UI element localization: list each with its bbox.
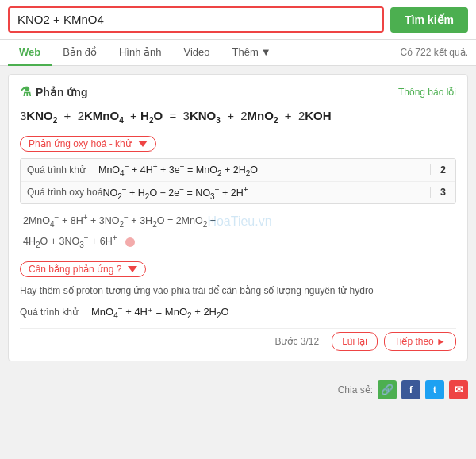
- balance-hint: Hãy thêm số proton tương ứng vào phía tr…: [20, 284, 456, 298]
- tab-more[interactable]: Thêm ▼: [221, 40, 282, 66]
- half-reaction-eq-1: MnO4− + 4H+ + 3e− = MnO2 + 2H2O: [98, 162, 430, 178]
- card-title: ⚗ Phản ứng: [20, 84, 87, 99]
- balance-step-label: Quá trình khử: [20, 307, 91, 318]
- report-link[interactable]: Thông báo lỗi: [398, 87, 456, 98]
- half-reaction-label-2: Quá trình oxy hoá: [27, 187, 102, 198]
- reaction-card: ⚗ Phản ứng Thông báo lỗi 3KNO2 + 2KMnO4 …: [8, 74, 468, 361]
- result-count: Có 722 kết quả.: [401, 47, 468, 58]
- combined-reaction: HoaTieu.vn 2MnO4− + 8H+ + 3NO2− + 3H2O =…: [23, 210, 456, 251]
- main-equation: 3KNO2 + 2KMnO4 + H2O = 3KNO3 + 2MnO2 + 2…: [20, 106, 456, 128]
- share-link-icon[interactable]: 🔗: [378, 380, 397, 399]
- next-button[interactable]: Tiếp theo ►: [384, 332, 456, 351]
- chevron-down-icon: [128, 266, 137, 272]
- balance-row: Quá trình khử MnO4− + 4H⁺ = MnO2 + 2H2O: [20, 304, 456, 320]
- balance-equation: MnO4− + 4H⁺ = MnO2 + 2H2O: [91, 304, 456, 320]
- tab-video[interactable]: Video: [173, 40, 221, 66]
- share-bar: Chia sẻ: 🔗 f t ✉: [0, 376, 476, 404]
- half-reaction-eq-2: NO2− + H2O − 2e− = NO3− + 2H+: [102, 185, 430, 201]
- card-header: ⚗ Phản ứng Thông báo lỗi: [20, 84, 456, 99]
- dot-indicator: [125, 237, 135, 247]
- chevron-down-icon: [138, 141, 148, 147]
- flask-icon: ⚗: [20, 84, 31, 99]
- tab-images[interactable]: Hình ảnh: [108, 40, 173, 66]
- nav-tabs: Web Bản đồ Hình ảnh Video Thêm ▼ Có 722 …: [0, 40, 476, 66]
- half-reaction-coeff-2: 3: [430, 187, 449, 198]
- table-row: Quá trình khử MnO4− + 4H+ + 3e− = MnO2 +…: [21, 159, 455, 182]
- share-twitter-icon[interactable]: t: [425, 380, 444, 399]
- share-facebook-icon[interactable]: f: [401, 380, 420, 399]
- half-reactions-table: Quá trình khử MnO4− + 4H+ + 3e− = MnO2 +…: [20, 158, 456, 204]
- half-reaction-label-1: Quá trình khử: [27, 164, 98, 176]
- search-input[interactable]: [8, 6, 384, 33]
- share-label: Chia sẻ:: [338, 384, 373, 395]
- watermark: HoaTieu.vn: [207, 210, 271, 232]
- redox-label[interactable]: Phản ứng oxy hoá - khử: [20, 136, 156, 152]
- step-text: Bước 3/12: [274, 336, 319, 347]
- balance-label[interactable]: Cân bằng phản ứng ?: [20, 261, 146, 277]
- share-email-icon[interactable]: ✉: [449, 380, 468, 399]
- tab-map[interactable]: Bản đồ: [52, 40, 108, 66]
- search-bar: Tìm kiếm: [0, 0, 476, 40]
- table-row: Quá trình oxy hoá NO2− + H2O − 2e− = NO3…: [21, 182, 455, 204]
- main-content: ⚗ Phản ứng Thông báo lỗi 3KNO2 + 2KMnO4 …: [0, 66, 476, 376]
- back-button[interactable]: Lùi lại: [332, 332, 378, 351]
- step-footer: Bước 3/12 Lùi lại Tiếp theo ►: [20, 328, 456, 351]
- search-button[interactable]: Tìm kiếm: [390, 7, 468, 33]
- tab-web[interactable]: Web: [8, 40, 52, 66]
- half-reaction-coeff-1: 2: [430, 164, 449, 176]
- chevron-down-icon: ▼: [261, 46, 271, 58]
